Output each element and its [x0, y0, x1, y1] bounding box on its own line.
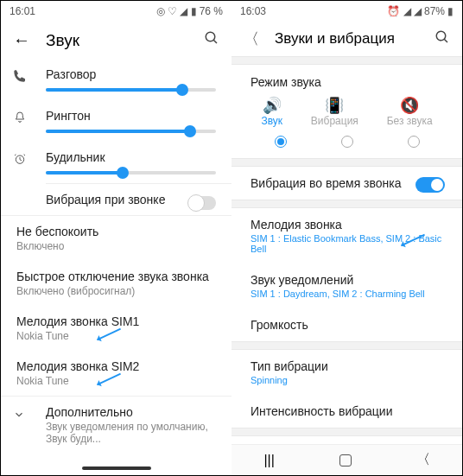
page-title: Звуки и вибрация [275, 30, 419, 48]
bell-icon [13, 111, 29, 128]
mode-mute[interactable]: 🔇 Без звука [387, 96, 433, 127]
status-icons: ◎ ♡ ◢ ▮ 76 % [156, 5, 223, 17]
talk-volume-row[interactable]: Разговор [1, 59, 232, 100]
search-icon[interactable] [434, 29, 450, 48]
back-icon[interactable]: ← [13, 30, 30, 50]
svg-line-1 [213, 40, 217, 43]
quick-mute-row[interactable]: Быстрое отключение звука звонка Включено… [1, 261, 232, 306]
mode-vibration[interactable]: 📳 Вибрация [311, 96, 358, 127]
sound-mode-title: Режим звука [232, 65, 462, 96]
radio-sound[interactable] [275, 136, 287, 148]
ringtone-volume-row[interactable]: Рингтон [1, 100, 232, 142]
sound-modes: 🔊 Звук 📳 Вибрация 🔇 Без звука [232, 96, 462, 132]
svg-point-0 [206, 32, 215, 41]
status-bar: 16:01 ◎ ♡ ◢ ▮ 76 % [1, 1, 232, 22]
nav-recents[interactable]: ||| [263, 453, 274, 468]
search-icon[interactable] [204, 30, 219, 50]
status-icons: ⏰ ◢ ◢ 87% ▮ [387, 5, 453, 17]
radio-vibration[interactable] [341, 136, 353, 148]
nav-bar: ||| 〈 [232, 444, 462, 475]
alarm-icon [13, 152, 29, 169]
page-title: Звук [46, 31, 188, 50]
phone-icon [13, 69, 29, 86]
vibrate-ring-toggle[interactable] [415, 177, 445, 193]
radio-mute[interactable] [408, 136, 420, 148]
vib-type-row[interactable]: Тип вибрации Spinning [232, 350, 462, 395]
app-header: ← Звук [1, 22, 232, 59]
mute-icon: 🔇 [387, 96, 433, 115]
clock: 16:01 [10, 5, 35, 17]
talk-slider[interactable] [46, 88, 216, 92]
back-icon[interactable]: 〈 [244, 29, 259, 49]
status-bar: 16:03 ⏰ ◢ ◢ 87% ▮ [232, 1, 462, 22]
vibrate-while-ring-row[interactable]: Вибрация во время звонка [232, 167, 462, 200]
sim1-ringtone-row[interactable]: Мелодия звонка SIM1 Nokia Tune [1, 306, 232, 351]
sim2-ringtone-row[interactable]: Мелодия звонка SIM2 Nokia Tune [1, 351, 232, 396]
ringtone-slider[interactable] [46, 130, 216, 133]
nav-pill[interactable] [82, 466, 151, 470]
notification-row[interactable]: Звук уведомлений SIM 1 : Daydream, SIM 2… [232, 263, 462, 308]
vibration-icon: 📳 [311, 96, 358, 115]
volume-row[interactable]: Громкость [232, 308, 462, 341]
vibrate-on-call-row[interactable]: Вибрация при звонке [1, 184, 232, 215]
alarm-volume-row[interactable]: Будильник [1, 142, 232, 183]
speaker-icon: 🔊 [261, 96, 282, 115]
vib-intensity-row[interactable]: Интенсивность вибрации [232, 395, 462, 428]
alarm-slider[interactable] [46, 171, 216, 175]
clock: 16:03 [240, 5, 266, 17]
app-header: 〈 Звуки и вибрация [232, 22, 462, 56]
svg-line-4 [444, 39, 447, 42]
svg-point-3 [436, 31, 446, 41]
ringtone-row[interactable]: Мелодия звонка SIM 1 : Elastic Bookmark … [232, 208, 462, 263]
mode-sound[interactable]: 🔊 Звук [261, 96, 282, 127]
nav-home[interactable] [339, 454, 352, 466]
nav-back[interactable]: 〈 [416, 451, 430, 469]
more-row[interactable]: Дополнительно Звук уведомления по умолча… [1, 397, 232, 454]
dnd-row[interactable]: Не беспокоить Включено [1, 216, 232, 261]
chevron-down-icon [13, 409, 29, 424]
vibrate-toggle[interactable] [188, 196, 216, 210]
